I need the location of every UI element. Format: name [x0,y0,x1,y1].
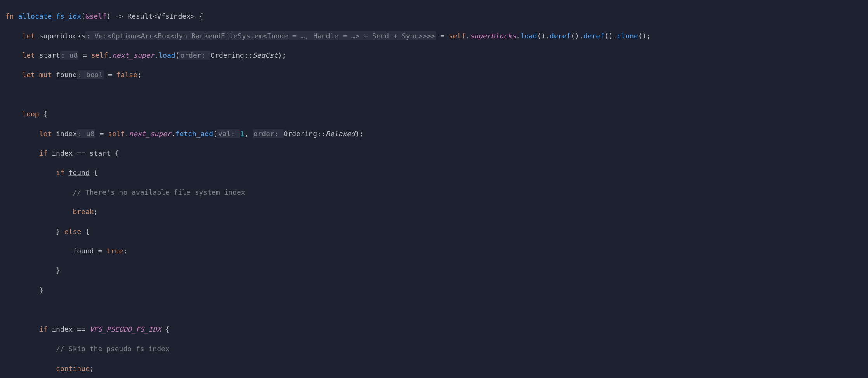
keyword-let: let [39,130,52,138]
code-line: if found { [5,168,868,177]
code-line: let start: u8 = self.next_super.load(ord… [5,50,868,60]
code-editor[interactable]: fn allocate_fs_idx(&self) -> Result<VfsI… [0,0,868,378]
number-literal: 1 [240,130,244,138]
method-fetch-add: fetch_add [175,130,214,138]
eq-eq: == [73,325,89,333]
keyword-if: if [39,149,48,157]
code-line: if index == VFS_PSEUDO_FS_IDX { [5,324,868,334]
code-line: } [5,285,868,295]
method-deref: deref [550,32,571,40]
inlay-type-hint: : u8 [60,51,78,60]
method-clone: clone [617,32,638,40]
var-index: index [52,149,73,157]
inlay-param-hint: order: [253,129,284,138]
var-found: found [56,71,77,79]
inlay-param-hint: val: [217,129,240,138]
code-line: loop { [5,109,868,119]
keyword-let: let [22,32,35,40]
var-found: found [73,247,94,255]
keyword-let: let [22,51,35,59]
brace-open: { [85,227,90,236]
inlay-type-hint: : u8 [77,129,95,138]
var-index: index [56,130,77,138]
method-load: load [520,32,537,40]
brace-close: } [39,286,43,294]
self-ref: self [91,51,108,59]
code-line: break; [5,207,868,217]
code-line: continue; [5,364,868,373]
keyword-if: if [39,325,48,333]
var-start: start [39,51,60,59]
code-line: let index: u8 = self.next_super.fetch_ad… [5,129,868,139]
brace: { [199,12,203,20]
enum-variant: Relaxed [326,130,355,138]
enum-variant: SeqCst [253,51,278,59]
self-param: &self [85,12,106,20]
var-start: start [90,149,111,157]
code-line: } [5,265,868,275]
inlay-type-hint: : Vec<Option<Arc<Box<dyn BackendFileSyst… [85,31,436,40]
comment: // There's no available file system inde… [73,188,245,196]
const-vfs-pseudo: VFS_PSEUDO_FS_IDX [90,325,161,333]
comment: // Skip the pseudo fs index [56,345,170,353]
function-name: allocate_fs_idx [18,12,82,20]
keyword-mut: mut [39,71,52,79]
arrow: -> [115,12,123,20]
method-deref: deref [583,32,604,40]
keyword-let: let [22,71,35,79]
field: next_super [112,51,154,59]
code-line: fn allocate_fs_idx(&self) -> Result<VfsI… [5,11,868,21]
blank-line [5,305,868,314]
code-line: // Skip the pseudo fs index [5,344,868,354]
self-ref: self [108,130,125,138]
bool-true: true [106,247,123,255]
keyword-loop: loop [22,110,39,118]
code-line: // There's no available file system inde… [5,187,868,197]
bool-false: false [116,71,137,79]
blank-line [5,90,868,99]
return-type: Result<VfsIndex> [127,12,194,20]
eq-eq: == [73,149,89,157]
equals: = [436,32,449,40]
enum-ordering: Ordering [210,51,244,59]
code-line: found = true; [5,246,868,256]
var-index: index [52,325,73,333]
paren: ( [81,12,85,20]
code-line: if index == start { [5,148,868,158]
field: superblocks [470,32,516,40]
var-superblocks: superblocks [39,32,85,40]
keyword-fn: fn [5,12,14,20]
code-line: } else { [5,227,868,236]
paren: ) [106,12,111,20]
field: next_super [129,130,171,138]
enum-ordering: Ordering [284,130,318,138]
inlay-type-hint: : bool [77,70,104,79]
keyword-break: break [73,208,94,216]
method-load: load [158,51,175,59]
self-ref: self [449,32,465,40]
keyword-if: if [56,168,64,177]
brace-close: } [56,227,60,236]
var-found: found [69,168,90,177]
code-line: let superblocks: Vec<Option<Arc<Box<dyn … [5,31,868,41]
keyword-else: else [60,227,85,236]
brace-close: } [56,266,60,274]
code-line: let mut found: bool = false; [5,70,868,80]
keyword-continue: continue [56,364,90,373]
inlay-param-hint: order: [179,51,210,60]
